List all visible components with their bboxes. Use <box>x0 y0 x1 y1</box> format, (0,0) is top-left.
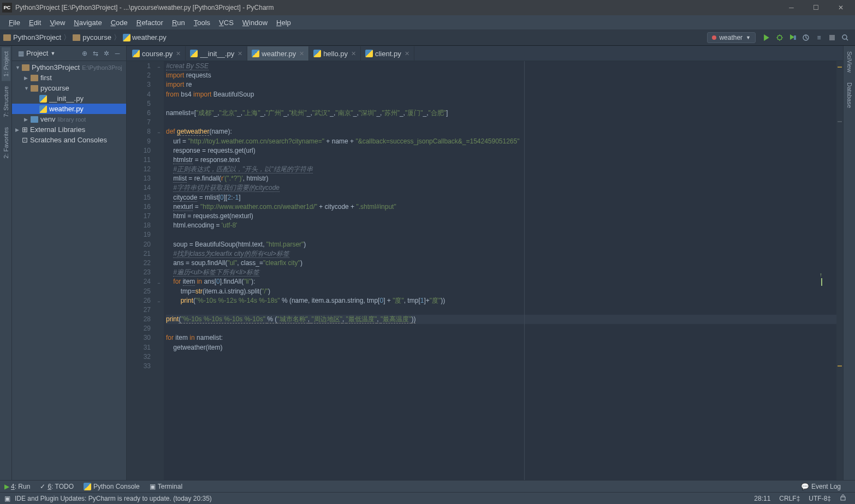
window-title-bar: PC Python3Project [E:\Python3Project] - … <box>0 0 855 15</box>
tree-node[interactable]: ▶venvlibrary root <box>12 114 126 124</box>
editor-tab[interactable]: weather.py✕ <box>247 46 309 61</box>
debug-button[interactable] <box>774 32 786 44</box>
line-number-gutter[interactable]: 1234567891011121314151617181920212223242… <box>127 61 155 480</box>
menu-vcs[interactable]: VCS <box>215 17 238 28</box>
python-file-icon <box>190 50 198 57</box>
run-coverage-button[interactable] <box>787 32 799 44</box>
editor-tab[interactable]: __init__.py✕ <box>186 46 247 61</box>
speech-bubble-icon: 💬 <box>801 483 809 490</box>
folder-icon <box>3 34 11 41</box>
file-encoding[interactable]: UTF-8‡ <box>809 495 831 502</box>
menu-code[interactable]: Code <box>106 17 132 28</box>
menu-bar: FileEditViewNavigateCodeRefactorRunTools… <box>0 15 855 29</box>
code-content[interactable]: #creat By SSEimport requestsimport refro… <box>164 61 836 480</box>
menu-refactor[interactable]: Refactor <box>132 17 168 28</box>
run-config-dot-icon <box>712 35 716 40</box>
profile-button[interactable] <box>800 32 812 44</box>
event-log-label: Event Log <box>811 483 841 490</box>
navigation-bar: Python3Project 〉 pycourse 〉 weather.py w… <box>0 29 855 46</box>
tree-label: weather.py <box>49 105 84 113</box>
minimize-button[interactable]: ─ <box>779 0 804 15</box>
tree-node[interactable]: ▶⊞External Libraries <box>12 124 126 135</box>
fold-gutter[interactable]: −−−− <box>155 61 164 480</box>
tool-tab-pythonconsole[interactable]: Python Console <box>84 483 140 490</box>
readonly-toggle[interactable] <box>840 494 846 502</box>
editor-tab[interactable]: client.py✕ <box>361 46 414 61</box>
tool-tab-favorites[interactable]: 2: Favorites <box>2 123 10 163</box>
code-editor[interactable]: 1234567891011121314151617181920212223242… <box>127 61 843 480</box>
folder-icon <box>31 116 38 123</box>
search-everywhere-button[interactable] <box>839 32 851 44</box>
tool-tab-run[interactable]: ▶4: Run <box>4 483 30 490</box>
python-file-icon <box>39 105 47 113</box>
caret-position[interactable]: 28:11 <box>754 495 770 502</box>
project-tree[interactable]: ▼Python3ProjectE:\Python3Proj▶first▼pyco… <box>12 61 126 146</box>
line-separator[interactable]: CRLF‡ <box>779 495 800 502</box>
project-tool-window: ▦ Project▼ ⊕ ⇆ ✲ ─ ▼Python3ProjectE:\Pyt… <box>12 46 127 480</box>
collapse-all-icon[interactable]: ⇆ <box>90 50 101 57</box>
tool-tab-terminal[interactable]: ▣Terminal <box>150 483 182 490</box>
close-button[interactable]: ✕ <box>828 0 853 15</box>
editor-tab[interactable]: course.py✕ <box>128 46 186 61</box>
event-log-button[interactable]: 💬 Event Log <box>801 483 841 490</box>
tree-node[interactable]: ▼Python3ProjectE:\Python3Proj <box>12 62 126 73</box>
settings-icon[interactable]: ✲ <box>101 50 112 57</box>
editor-tab[interactable]: hello.py✕ <box>309 46 361 61</box>
tool-tab-database[interactable]: Database <box>845 78 854 112</box>
maximize-button[interactable]: ☐ <box>804 0 828 15</box>
close-tab-icon[interactable]: ✕ <box>238 50 242 57</box>
run-config-label: weather <box>719 34 743 41</box>
menu-window[interactable]: Window <box>238 17 272 28</box>
tree-node[interactable]: ⊡Scratches and Consoles <box>12 135 126 145</box>
status-bar: ▣ IDE and Plugin Updates: PyCharm is rea… <box>0 492 855 504</box>
menu-file[interactable]: File <box>4 17 25 28</box>
menu-tools[interactable]: Tools <box>189 17 215 28</box>
tool-tab-todo[interactable]: ✓6: TODO <box>40 483 74 490</box>
concurrency-button[interactable]: ≡ <box>813 32 825 44</box>
svg-rect-1 <box>794 35 796 40</box>
tree-node[interactable]: __init__.py <box>12 93 126 104</box>
fold-toggle[interactable]: − <box>156 63 162 68</box>
tree-node[interactable]: ▼pycourse <box>12 83 126 93</box>
folder-icon <box>31 85 38 92</box>
tree-label: __init__.py <box>49 94 84 103</box>
tool-tab-structure[interactable]: 7: Structure <box>2 82 10 122</box>
error-stripe[interactable] <box>836 61 843 480</box>
breadcrumb[interactable]: Python3Project 〉 pycourse 〉 weather.py <box>3 33 167 43</box>
fold-toggle[interactable]: − <box>156 279 162 284</box>
menu-run[interactable]: Run <box>168 17 189 28</box>
menu-edit[interactable]: Edit <box>25 17 45 28</box>
svg-rect-3 <box>829 35 835 40</box>
editor-area: course.py✕__init__.py✕weather.py✕hello.p… <box>127 46 843 480</box>
stop-button[interactable] <box>826 32 838 44</box>
tree-node[interactable]: weather.py <box>12 104 126 114</box>
close-tab-icon[interactable]: ✕ <box>176 50 181 57</box>
close-tab-icon[interactable]: ✕ <box>351 50 356 57</box>
tool-tab-project[interactable]: 1: Project <box>2 47 10 81</box>
tool-tab-sciview[interactable]: SciView <box>845 47 854 77</box>
tool-label: 4: Run <box>11 483 30 490</box>
python-file-icon <box>132 50 140 57</box>
hide-panel-icon[interactable]: ─ <box>112 50 123 57</box>
right-tool-gutter: SciViewDatabase <box>843 46 855 480</box>
project-view-icon[interactable]: ▦ <box>15 50 26 57</box>
menu-help[interactable]: Help <box>272 17 295 28</box>
menu-view[interactable]: View <box>45 17 69 28</box>
scratch-icon: ⊡ <box>22 136 28 144</box>
close-tab-icon[interactable]: ✕ <box>405 50 409 57</box>
run-configuration-selector[interactable]: weather ▼ <box>707 32 756 43</box>
tree-label: first <box>40 74 52 82</box>
fold-toggle[interactable]: − <box>156 297 162 303</box>
locate-file-icon[interactable]: ⊕ <box>79 50 90 57</box>
project-view-selector[interactable]: Project▼ <box>26 49 79 57</box>
menu-navigate[interactable]: Navigate <box>69 17 106 28</box>
tree-node[interactable]: ▶first <box>12 73 126 83</box>
fold-toggle[interactable]: − <box>156 128 162 134</box>
toggle-tools-icon[interactable]: ▣ <box>4 495 10 502</box>
close-tab-icon[interactable]: ✕ <box>299 50 304 57</box>
todo-icon: ✓ <box>40 483 45 490</box>
python-file-icon <box>313 50 321 57</box>
tree-label: External Libraries <box>30 125 85 134</box>
run-button[interactable] <box>761 32 773 44</box>
folder-icon <box>31 75 38 81</box>
